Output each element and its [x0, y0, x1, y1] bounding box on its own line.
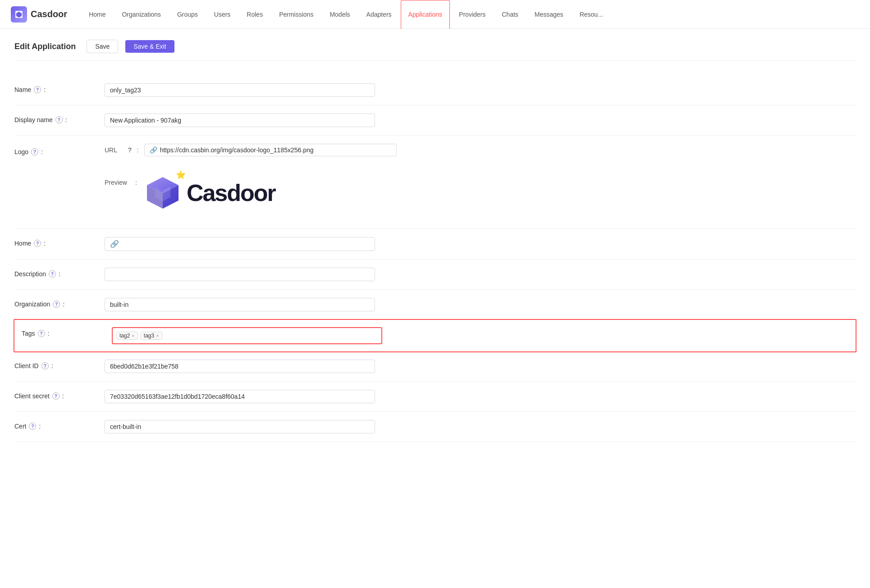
name-input[interactable] — [105, 83, 375, 97]
label-logo-text: Logo — [14, 148, 28, 155]
form-label-cert: Cert ? : — [14, 420, 105, 430]
help-icon-client-secret[interactable]: ? — [52, 392, 60, 400]
label-client-secret-text: Client secret — [14, 392, 50, 400]
brand-logo-icon — [11, 6, 27, 23]
save-button[interactable]: Save — [87, 40, 118, 53]
form-section: Name ? : Display name ? : Logo ? — [14, 75, 856, 442]
help-icon-organization[interactable]: ? — [53, 301, 60, 308]
save-exit-button[interactable]: Save & Exit — [125, 40, 174, 53]
logo-url-input-wrapper: 🔗 — [144, 144, 397, 156]
tag-item-tag3: tag3 × — [141, 332, 162, 340]
client-secret-input[interactable] — [105, 390, 375, 403]
label-colon-client-secret: : — [62, 392, 64, 400]
label-colon-tags: : — [48, 330, 50, 337]
nav-item-chats[interactable]: Chats — [495, 0, 526, 29]
tag-close-tag3[interactable]: × — [156, 333, 159, 338]
tag-item-tag2: tag2 × — [116, 332, 138, 340]
link-icon: 🔗 — [150, 146, 157, 154]
nav-item-home[interactable]: Home — [82, 0, 113, 29]
label-organization-text: Organization — [14, 301, 50, 308]
label-colon-organization: : — [63, 301, 64, 308]
form-row-organization: Organization ? : — [14, 290, 856, 320]
form-value-logo: URL ? : 🔗 Preview : — [105, 144, 856, 220]
label-tags-text: Tags — [22, 330, 35, 337]
form-value-organization — [105, 298, 856, 311]
form-label-organization: Organization ? : — [14, 298, 105, 308]
form-label-description: Description ? : — [14, 268, 105, 278]
tag-label-tag3: tag3 — [144, 333, 154, 339]
logo-preview-image: ⭐ Casdoor — [142, 165, 275, 220]
help-icon-cert[interactable]: ? — [29, 423, 36, 430]
label-home-text: Home — [14, 240, 31, 247]
display-name-input[interactable] — [105, 114, 375, 127]
home-input-wrapper: 🔗 — [105, 237, 375, 251]
nav-item-messages[interactable]: Messages — [527, 0, 571, 29]
form-value-cert — [105, 420, 856, 433]
cube-logo: ⭐ — [142, 173, 183, 213]
logo-section: URL ? : 🔗 Preview : — [105, 144, 856, 220]
home-input[interactable] — [122, 241, 370, 248]
label-colon-name: : — [44, 86, 46, 93]
form-row-client-id: Client ID ? : — [14, 351, 856, 382]
label-colon-home: : — [44, 240, 46, 247]
logo-url-input[interactable] — [160, 146, 391, 154]
label-colon-client-id: : — [51, 362, 53, 369]
tag-close-tag2[interactable]: × — [132, 333, 134, 338]
tag-label-tag2: tag2 — [119, 333, 130, 339]
form-label-display-name: Display name ? : — [14, 114, 105, 123]
description-input[interactable] — [105, 268, 375, 281]
edit-header: Edit Application Save Save & Exit — [14, 40, 856, 61]
form-row-home: Home ? : 🔗 — [14, 229, 856, 260]
form-value-home: 🔗 — [105, 237, 856, 251]
label-cert-text: Cert — [14, 423, 26, 430]
label-description-text: Description — [14, 270, 46, 278]
nav-item-users[interactable]: Users — [207, 0, 238, 29]
label-colon-display-name: : — [65, 116, 67, 123]
star-icon: ⭐ — [176, 170, 186, 180]
nav-item-organizations[interactable]: Organizations — [114, 0, 168, 29]
brand-name: Casdoor — [31, 9, 67, 19]
casdoor-logo-text: Casdoor — [187, 179, 275, 206]
help-icon-display-name[interactable]: ? — [55, 116, 63, 123]
nav-item-permissions[interactable]: Permissions — [272, 0, 321, 29]
tags-container[interactable]: tag2 × tag3 × — [112, 327, 382, 344]
cert-input[interactable] — [105, 420, 375, 433]
main-content: Edit Application Save Save & Exit Name ?… — [0, 29, 870, 453]
nav-item-resources[interactable]: Resou... — [572, 0, 610, 29]
nav-item-adapters[interactable]: Adapters — [359, 0, 399, 29]
brand[interactable]: Casdoor — [11, 6, 67, 23]
form-row-client-secret: Client secret ? : — [14, 382, 856, 412]
label-display-name-text: Display name — [14, 116, 53, 123]
help-icon-home[interactable]: ? — [34, 240, 41, 247]
navbar: Casdoor Home Organizations Groups Users … — [0, 0, 870, 29]
logo-url-row: URL ? : 🔗 — [105, 144, 856, 156]
organization-input[interactable] — [105, 298, 375, 311]
form-label-name: Name ? : — [14, 83, 105, 93]
nav-item-roles[interactable]: Roles — [239, 0, 270, 29]
logo-preview-row: Preview : — [105, 165, 856, 220]
help-icon-logo[interactable]: ? — [31, 148, 38, 155]
nav-items: Home Organizations Groups Users Roles Pe… — [82, 0, 859, 29]
form-value-client-id — [105, 360, 856, 373]
help-icon-logo-url[interactable]: ? — [128, 146, 132, 154]
form-label-tags: Tags ? : — [22, 327, 112, 337]
nav-item-applications[interactable]: Applications — [401, 0, 450, 29]
form-label-client-secret: Client secret ? : — [14, 390, 105, 400]
form-row-tags: Tags ? : tag2 × tag3 × — [14, 319, 856, 352]
nav-item-groups[interactable]: Groups — [170, 0, 205, 29]
nav-item-providers[interactable]: Providers — [452, 0, 493, 29]
form-value-client-secret — [105, 390, 856, 403]
help-icon-client-id[interactable]: ? — [41, 362, 49, 369]
label-colon-description: : — [59, 270, 60, 278]
help-icon-tags[interactable]: ? — [38, 330, 45, 337]
page-title: Edit Application — [14, 42, 76, 51]
help-icon-name[interactable]: ? — [34, 86, 41, 93]
label-colon-cert: : — [39, 423, 41, 430]
label-client-id-text: Client ID — [14, 362, 39, 369]
client-id-input[interactable] — [105, 360, 375, 373]
nav-item-models[interactable]: Models — [322, 0, 357, 29]
label-name-text: Name — [14, 86, 31, 93]
help-icon-description[interactable]: ? — [49, 270, 56, 278]
form-label-logo: Logo ? : — [14, 144, 105, 155]
preview-label: Preview — [105, 165, 130, 186]
